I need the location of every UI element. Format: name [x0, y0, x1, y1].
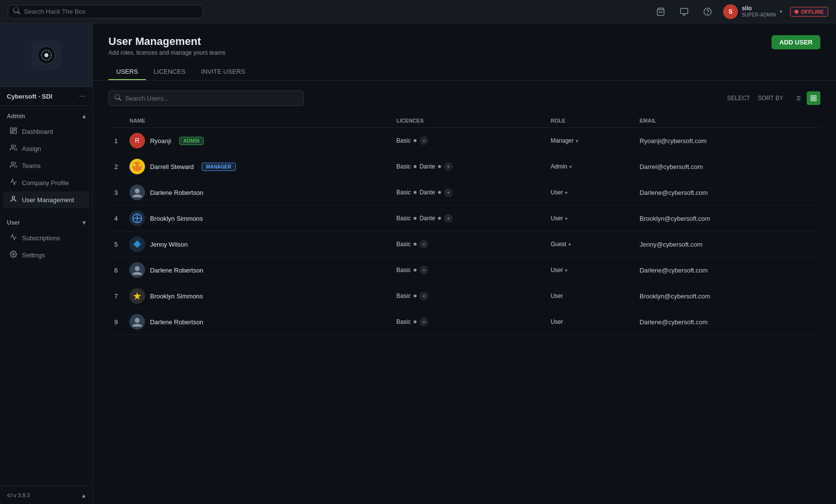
- svg-rect-24: [814, 96, 816, 98]
- help-icon-btn[interactable]: [700, 4, 715, 20]
- user-role: SUPER-ADMIN: [742, 12, 776, 18]
- role-value: User: [551, 189, 563, 196]
- add-licence-btn[interactable]: +: [419, 136, 428, 145]
- role-cell[interactable]: User ▾: [545, 180, 634, 206]
- add-licence-btn[interactable]: +: [419, 240, 428, 249]
- user-info: silo SUPER-ADMIN: [742, 5, 776, 18]
- add-user-button[interactable]: ADD USER: [772, 35, 820, 49]
- role-value: User: [551, 215, 563, 222]
- user-menu[interactable]: S silo SUPER-ADMIN ▾: [723, 4, 782, 19]
- row-number: 4: [108, 206, 124, 231]
- sidebar-expand-icon[interactable]: ▴: [82, 491, 85, 499]
- user-section-header[interactable]: User ▾: [0, 216, 92, 229]
- status-dot: [794, 10, 798, 14]
- user-name: Darlene Robertson: [150, 189, 203, 196]
- topnav-search-input[interactable]: [24, 8, 198, 15]
- user-avatar: [129, 236, 145, 252]
- licence-dot: [414, 243, 417, 246]
- sidebar-item-assign[interactable]: Assign: [3, 140, 89, 157]
- user-cell: Brooklyn Simmons: [124, 283, 391, 309]
- main-header-top: User Management Add roles, licences and …: [108, 35, 820, 56]
- org-menu-icon[interactable]: ···: [79, 92, 85, 101]
- notification-icon-btn[interactable]: [676, 4, 692, 20]
- email-cell: Darlene@cybersoft.com: [634, 180, 820, 206]
- search-users-icon: [115, 94, 121, 103]
- svg-rect-1: [680, 8, 688, 14]
- user-avatar: [129, 288, 145, 304]
- admin-label: Admin: [7, 113, 25, 120]
- user-cell: Brooklyn Simmons: [124, 206, 391, 231]
- admin-section-header[interactable]: Admin ▴: [0, 110, 92, 123]
- sidebar-item-settings[interactable]: Settings: [3, 247, 89, 263]
- licence-cell: Basic +: [391, 231, 545, 257]
- page-title: User Management: [108, 35, 225, 48]
- role-cell[interactable]: User: [545, 309, 634, 335]
- table-row: 4 Brooklyn Simmons Basic Dante + User ▾ …: [108, 206, 820, 231]
- table-header: NAME LICENCES ROLE EMAIL: [108, 114, 820, 128]
- dashboard-icon: [10, 127, 17, 136]
- role-value: User: [551, 293, 563, 299]
- add-licence-btn[interactable]: +: [444, 214, 453, 223]
- role-dropdown-icon: ▾: [568, 242, 571, 247]
- role-cell[interactable]: Guest ▾: [545, 231, 634, 257]
- licence-cell: Basic +: [391, 309, 545, 335]
- role-cell[interactable]: User: [545, 283, 634, 309]
- org-name: Cybersoft · SDI: [7, 93, 52, 100]
- sidebar-item-teams[interactable]: Teams: [3, 157, 89, 174]
- role-cell[interactable]: User ▾: [545, 257, 634, 283]
- user-badge: ADMIN: [179, 137, 204, 145]
- svg-point-45: [135, 318, 140, 323]
- licence-dante: Dante: [419, 215, 435, 222]
- svg-point-15: [12, 196, 15, 199]
- search-icon: [13, 7, 20, 16]
- svg-point-13: [11, 145, 14, 147]
- sidebar-item-company-profile[interactable]: Company Profile: [3, 174, 89, 191]
- add-licence-btn[interactable]: +: [419, 317, 428, 326]
- role-cell[interactable]: Manager ▾: [545, 128, 634, 154]
- add-licence-btn[interactable]: +: [419, 292, 428, 300]
- subscriptions-icon: [10, 233, 17, 242]
- grid-view-btn[interactable]: [807, 91, 820, 105]
- assign-icon: [10, 144, 17, 153]
- svg-point-30: [132, 162, 142, 171]
- tab-users[interactable]: USERS: [108, 64, 146, 80]
- role-cell[interactable]: User ▾: [545, 206, 634, 231]
- add-licence-btn[interactable]: +: [444, 188, 453, 197]
- user-name: Brooklyn Simmons: [150, 215, 203, 222]
- table-area: SELECT SORT BY: [93, 81, 836, 504]
- tab-licences[interactable]: LICENCES: [146, 64, 193, 80]
- sidebar-logo: [0, 23, 93, 87]
- role-value: Guest: [551, 241, 566, 248]
- svg-point-14: [11, 162, 14, 165]
- role-dropdown-icon: ▾: [576, 138, 578, 144]
- user-search[interactable]: [108, 90, 304, 106]
- licence-dot: [414, 269, 417, 272]
- user-badge: MANAGER: [202, 163, 236, 171]
- sidebar-item-user-management[interactable]: User Management: [3, 191, 89, 208]
- list-view-btn[interactable]: [791, 91, 805, 105]
- row-number: 1: [108, 128, 124, 154]
- admin-section: Admin ▴ Dashboard Assign: [0, 106, 92, 212]
- col-role: ROLE: [545, 114, 634, 128]
- user-name: Darlene Robertson: [150, 318, 203, 326]
- select-label: SELECT: [727, 95, 750, 102]
- licence-dot: [414, 165, 417, 168]
- sidebar-teams-label: Teams: [22, 162, 41, 169]
- search-users-input[interactable]: [125, 95, 297, 102]
- licence-cell: Basic Dante +: [391, 206, 545, 231]
- tab-invite-users[interactable]: INVITE USERS: [193, 64, 253, 80]
- role-cell[interactable]: Admin ▾: [545, 154, 634, 180]
- add-licence-btn[interactable]: +: [419, 266, 428, 274]
- add-licence-btn[interactable]: +: [444, 162, 453, 171]
- licence-dante: Dante: [419, 189, 435, 196]
- topnav-search[interactable]: [8, 5, 203, 19]
- table-actions: SELECT SORT BY: [727, 91, 820, 105]
- sidebar-item-dashboard[interactable]: Dashboard: [3, 123, 89, 140]
- svg-point-31: [133, 164, 136, 167]
- email-cell: Darlene@cybersoft.com: [634, 257, 820, 283]
- svg-text:S: S: [729, 8, 732, 15]
- email-cell: Ryoanji@cybersoft.com: [634, 128, 820, 154]
- user-cell: Darlene Robertson: [124, 257, 391, 283]
- sidebar-item-subscriptions[interactable]: Subscriptions: [3, 230, 89, 246]
- cart-icon-btn[interactable]: [653, 4, 669, 20]
